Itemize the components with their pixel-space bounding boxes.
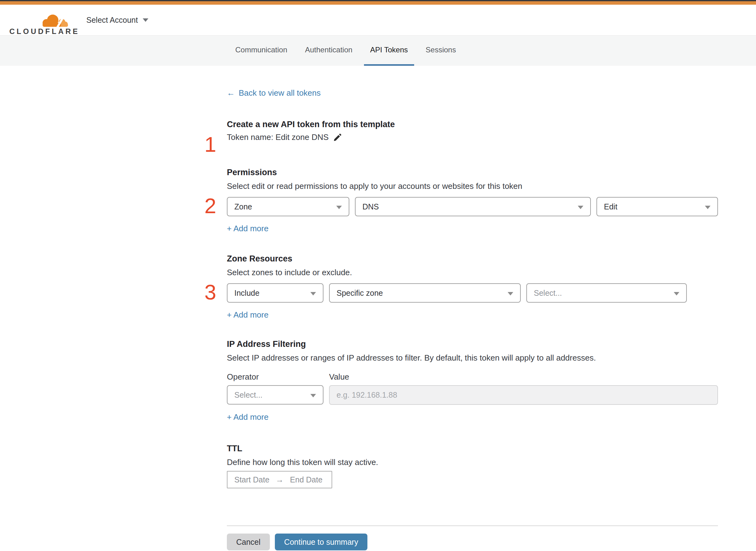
cancel-button[interactable]: Cancel xyxy=(227,534,270,550)
chevron-down-icon xyxy=(310,292,316,296)
token-name-label: Token name: Edit zone DNS xyxy=(227,131,329,143)
zone-resources-title: Zone Resources xyxy=(227,254,718,263)
zone-resources-subtitle: Select zones to include or exclude. xyxy=(227,268,718,277)
zone-type-select[interactable]: Specific zone xyxy=(329,283,521,303)
start-date-placeholder: Start Date xyxy=(234,475,269,484)
back-to-tokens-link[interactable]: ← Back to view all tokens xyxy=(227,88,321,98)
back-link-label: Back to view all tokens xyxy=(239,88,321,98)
permissions-add-more-link[interactable]: + Add more xyxy=(227,224,269,233)
chevron-down-icon xyxy=(578,206,583,209)
account-selector[interactable]: Select Account xyxy=(86,5,148,35)
permission-group-value: DNS xyxy=(362,202,379,211)
tab-sessions[interactable]: Sessions xyxy=(420,36,462,66)
value-label: Value xyxy=(329,373,349,381)
chevron-down-icon xyxy=(143,18,148,22)
ip-filtering-section: IP Address Filtering Select IP addresses… xyxy=(227,340,718,422)
zone-resources-section: 3 Zone Resources Select zones to include… xyxy=(227,254,718,320)
chevron-down-icon xyxy=(336,206,342,209)
ttl-section: TTL Define how long this token will stay… xyxy=(227,444,718,488)
zone-resources-add-more-link[interactable]: + Add more xyxy=(227,310,269,320)
arrow-right-icon: → xyxy=(276,475,284,485)
chevron-down-icon xyxy=(705,206,711,209)
step-number-1: 1 xyxy=(204,134,223,155)
footer-divider xyxy=(227,525,718,526)
permission-group-select[interactable]: DNS xyxy=(355,197,591,216)
top-accent-bar xyxy=(0,1,756,5)
ip-filtering-title: IP Address Filtering xyxy=(227,340,718,349)
operator-label: Operator xyxy=(227,373,323,381)
tab-authentication[interactable]: Authentication xyxy=(299,36,359,66)
cloudflare-logo: CLOUDFLARE xyxy=(9,9,69,38)
footer-actions: Cancel Continue to summary xyxy=(227,534,718,550)
date-range-picker[interactable]: Start Date → End Date xyxy=(227,471,332,488)
tab-bar: Communication Authentication API Tokens … xyxy=(0,35,756,66)
main-content: ← Back to view all tokens 1 Create a new… xyxy=(227,66,718,550)
token-name-section: 1 Create a new API token from this templ… xyxy=(227,120,718,143)
header: CLOUDFLARE Select Account xyxy=(0,5,756,35)
tab-api-tokens[interactable]: API Tokens xyxy=(364,36,414,66)
cloudflare-cloud-icon xyxy=(39,12,69,28)
permissions-section: 2 Permissions Select edit or read permis… xyxy=(227,168,718,233)
step-number-2: 2 xyxy=(204,195,223,216)
chevron-down-icon xyxy=(310,394,316,397)
zone-name-placeholder: Select... xyxy=(534,289,562,297)
ip-value-input xyxy=(329,385,718,405)
permissions-subtitle: Select edit or read permissions to apply… xyxy=(227,181,718,191)
edit-token-name-icon[interactable] xyxy=(333,132,342,142)
permissions-title: Permissions xyxy=(227,168,718,177)
permission-scope-select[interactable]: Zone xyxy=(227,197,349,216)
zone-operator-select[interactable]: Include xyxy=(227,283,323,303)
zone-type-value: Specific zone xyxy=(336,289,383,297)
back-arrow-icon: ← xyxy=(227,88,235,98)
permission-access-select[interactable]: Edit xyxy=(597,197,718,216)
account-selector-label: Select Account xyxy=(86,16,138,25)
ip-operator-placeholder: Select... xyxy=(234,391,262,399)
ip-filtering-add-more-link[interactable]: + Add more xyxy=(227,412,269,422)
permission-scope-value: Zone xyxy=(234,202,252,211)
zone-name-select[interactable]: Select... xyxy=(526,283,687,303)
page: CLOUDFLARE Select Account Communication … xyxy=(0,0,756,551)
create-token-heading: Create a new API token from this templat… xyxy=(227,120,718,129)
zone-operator-value: Include xyxy=(234,289,259,297)
continue-to-summary-button[interactable]: Continue to summary xyxy=(275,534,368,550)
cloudflare-wordmark: CLOUDFLARE xyxy=(9,27,79,36)
ip-operator-select[interactable]: Select... xyxy=(227,385,323,405)
ttl-title: TTL xyxy=(227,444,718,453)
ttl-subtitle: Define how long this token will stay act… xyxy=(227,458,718,467)
chevron-down-icon xyxy=(674,292,679,296)
tab-communication[interactable]: Communication xyxy=(229,36,293,66)
ip-filtering-subtitle: Select IP addresses or ranges of IP addr… xyxy=(227,353,718,363)
step-number-3: 3 xyxy=(204,282,223,303)
end-date-placeholder: End Date xyxy=(290,475,322,484)
permission-access-value: Edit xyxy=(604,202,617,211)
chevron-down-icon xyxy=(508,292,513,296)
